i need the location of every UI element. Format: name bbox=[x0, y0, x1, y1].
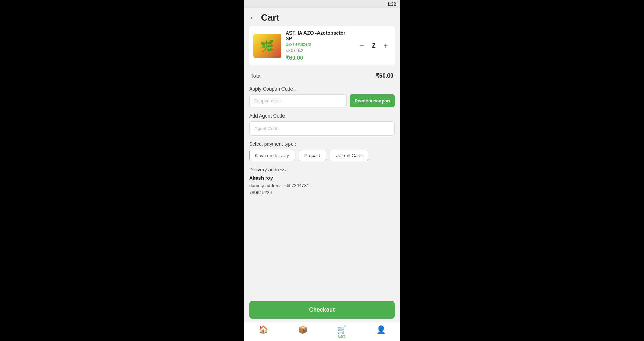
product-category: Bio Fertilizers bbox=[286, 42, 353, 47]
scroll-area: 🌿 ASTHA AZO -Azotobactor SP Bio Fertiliz… bbox=[244, 26, 400, 298]
checkout-bar: Checkout bbox=[244, 298, 400, 322]
nav-cart[interactable]: 🛒 Cart bbox=[322, 322, 361, 341]
status-bar: 1:22 bbox=[244, 0, 400, 8]
delivery-address-line: dummy address edit 7344731 bbox=[249, 183, 309, 188]
nav-cart-label: Cart bbox=[338, 334, 345, 338]
cart-icon: 🛒 bbox=[337, 326, 346, 334]
bottom-nav: 🏠 📦 🛒 Cart 👤 bbox=[244, 322, 400, 341]
app-content: ← Cart 🌿 ASTHA AZO -Azotobactor SP Bio F… bbox=[244, 8, 400, 341]
total-value: ₹60.00 bbox=[376, 72, 393, 79]
agent-section: Add Agent Code : bbox=[249, 113, 395, 136]
product-info: ASTHA AZO -Azotobactor SP Bio Fertilizer… bbox=[286, 30, 353, 61]
product-total-price: ₹60.00 bbox=[286, 55, 353, 61]
product-name: ASTHA AZO -Azotobactor SP bbox=[286, 30, 353, 41]
checkout-button[interactable]: Checkout bbox=[249, 301, 395, 319]
coupon-input[interactable] bbox=[249, 94, 347, 107]
coupon-section-label: Apply Coupon Code : bbox=[249, 86, 395, 92]
delivery-address: dummy address edit 7344731 789645224 bbox=[249, 182, 395, 196]
payment-prepaid[interactable]: Prepaid bbox=[299, 150, 326, 161]
qty-increase-button[interactable]: + bbox=[381, 41, 391, 51]
product-image: 🌿 bbox=[253, 34, 281, 58]
qty-controls: − 2 + bbox=[357, 41, 391, 51]
total-label: Total bbox=[251, 73, 262, 79]
coupon-row: Reedem coupon bbox=[249, 94, 395, 107]
coupon-section: Apply Coupon Code : Reedem coupon bbox=[249, 86, 395, 107]
nav-home[interactable]: 🏠 bbox=[244, 322, 283, 341]
agent-section-label: Add Agent Code : bbox=[249, 113, 395, 119]
profile-icon: 👤 bbox=[376, 326, 386, 334]
delivery-name: Akash roy bbox=[249, 175, 395, 181]
payment-section: Select payment type : Cash on delivery P… bbox=[249, 141, 395, 161]
payment-cash-on-delivery[interactable]: Cash on delivery bbox=[249, 150, 295, 161]
nav-products[interactable]: 📦 bbox=[283, 322, 322, 341]
page-title: Cart bbox=[261, 12, 279, 23]
payment-buttons: Cash on delivery Prepaid Upfront Cash bbox=[249, 150, 395, 161]
delivery-section: Delivery address : Akash roy dummy addre… bbox=[249, 167, 395, 196]
product-unit-price: ₹30.00x2 bbox=[286, 48, 353, 53]
agent-code-input[interactable] bbox=[249, 121, 395, 136]
total-row: Total ₹60.00 bbox=[249, 70, 395, 82]
payment-upfront-cash[interactable]: Upfront Cash bbox=[330, 150, 369, 161]
status-time: 1:22 bbox=[387, 1, 396, 7]
redeem-coupon-button[interactable]: Reedem coupon bbox=[350, 94, 395, 107]
delivery-section-label: Delivery address : bbox=[249, 167, 395, 172]
home-icon: 🏠 bbox=[259, 326, 268, 334]
payment-section-label: Select payment type : bbox=[249, 141, 395, 147]
qty-value: 2 bbox=[370, 42, 377, 49]
qty-decrease-button[interactable]: − bbox=[357, 41, 367, 51]
header: ← Cart bbox=[244, 8, 400, 26]
nav-profile[interactable]: 👤 bbox=[361, 322, 400, 341]
products-icon: 📦 bbox=[298, 326, 307, 334]
phone-container: 1:22 ← Cart 🌿 ASTHA AZO -Azotobactor SP … bbox=[244, 0, 400, 341]
delivery-phone: 789645224 bbox=[249, 190, 272, 195]
product-card: 🌿 ASTHA AZO -Azotobactor SP Bio Fertiliz… bbox=[249, 26, 395, 65]
back-button[interactable]: ← bbox=[249, 14, 257, 22]
